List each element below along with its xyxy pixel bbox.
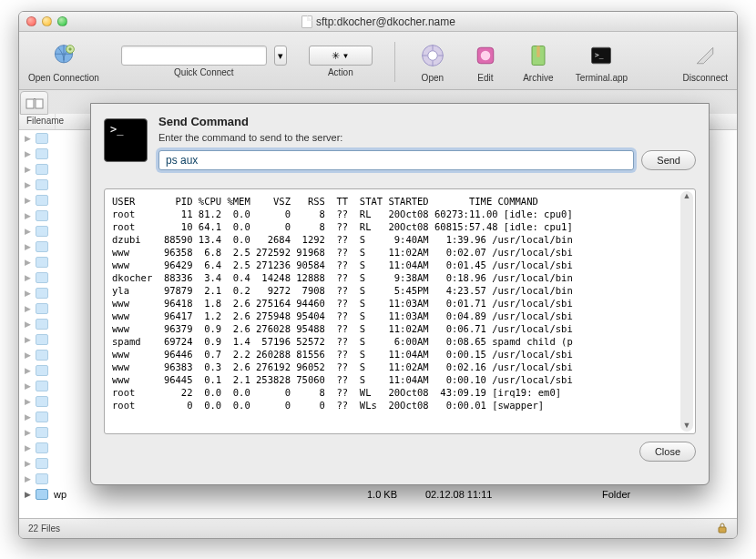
scroll-up-icon[interactable]: ▲ [683, 191, 691, 202]
svg-rect-11 [36, 99, 43, 108]
main-window: sftp:dkocher@dkocher.name Open Connectio… [18, 11, 738, 539]
status-bar: 22 Files [19, 518, 737, 538]
size-cell: 1.0 KB [367, 489, 422, 500]
open-file-button[interactable] [417, 40, 448, 71]
document-proxy-icon [301, 15, 312, 28]
kind-cell: Folder [602, 489, 675, 500]
filename-column[interactable]: Filename [19, 114, 56, 129]
edit-button[interactable] [470, 40, 501, 71]
quick-connect-dropdown[interactable]: ▾ [274, 46, 287, 66]
close-window-button[interactable] [26, 16, 36, 26]
svg-point-5 [481, 51, 491, 61]
titlebar: sftp:dkocher@dkocher.name [19, 12, 737, 32]
date-cell: 02.12.08 11:11 [425, 489, 535, 500]
lock-icon [717, 523, 728, 535]
terminal-button[interactable]: >_ [586, 40, 617, 71]
window-controls [26, 16, 67, 26]
toolbar-label: Edit [477, 73, 493, 83]
toolbar-label: Open [422, 73, 444, 83]
disconnect-button[interactable] [690, 40, 720, 71]
terminal-icon [104, 118, 148, 162]
table-row[interactable]: ▶ wp 1.0 KB 02.12.08 11:11 Folder [19, 486, 737, 502]
file-count-label: 22 Files [28, 523, 60, 534]
minimize-window-button[interactable] [42, 16, 52, 26]
toolbar-label: Archive [523, 73, 553, 83]
sheet-title: Send Command [158, 115, 696, 128]
archive-button[interactable] [523, 40, 554, 71]
window-title: sftp:dkocher@dkocher.name [73, 15, 684, 28]
svg-rect-7 [536, 46, 540, 57]
svg-point-3 [428, 51, 438, 61]
quick-connect-combo[interactable] [121, 46, 267, 66]
command-input[interactable] [158, 150, 634, 170]
toolbar-separator [394, 42, 395, 82]
toolbar-label: Open Connection [28, 73, 99, 83]
svg-rect-10 [26, 99, 34, 108]
toolbar-label: Quick Connect [174, 67, 234, 77]
sheet-prompt: Enter the command to send to the server: [158, 132, 696, 143]
toolbar-label: Disconnect [683, 73, 728, 83]
scrollbar[interactable]: ▲ ▼ [680, 191, 693, 432]
toolbar: Open Connection ▾ Quick Connect ✳︎▼ Acti… [19, 32, 737, 90]
scroll-down-icon[interactable]: ▼ [683, 421, 691, 432]
svg-rect-12 [719, 527, 726, 533]
folder-icon [36, 489, 48, 500]
filename-cell: wp [54, 489, 363, 500]
disclosure-triangle-icon[interactable]: ▶ [25, 490, 32, 499]
action-button[interactable]: ✳︎▼ [309, 46, 373, 66]
command-output: USER PID %CPU %MEM VSZ RSS TT STAT START… [104, 188, 696, 434]
toolbar-label: Terminal.app [576, 73, 628, 83]
open-connection-button[interactable] [48, 40, 79, 71]
send-command-sheet: Send Command Enter the command to send t… [90, 103, 710, 485]
bookmarks-toggle[interactable] [20, 91, 48, 115]
gear-icon: ✳︎ [332, 50, 340, 62]
close-button[interactable]: Close [639, 442, 696, 462]
send-button[interactable]: Send [641, 150, 696, 170]
zoom-window-button[interactable] [57, 16, 67, 26]
output-text: USER PID %CPU %MEM VSZ RSS TT STAT START… [105, 189, 695, 417]
svg-text:>_: >_ [595, 51, 604, 59]
toolbar-label: Action [328, 67, 353, 77]
